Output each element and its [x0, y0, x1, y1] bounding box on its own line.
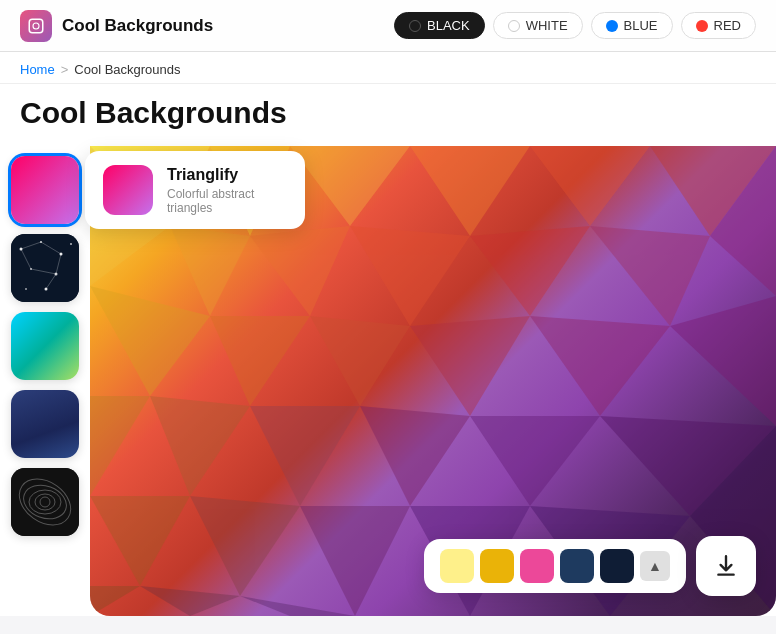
sidebar-item-waves[interactable]: [11, 390, 79, 458]
color-palette: ▲: [424, 539, 686, 593]
svg-marker-41: [670, 296, 776, 426]
swatch-yellow[interactable]: [480, 549, 514, 583]
svg-marker-34: [590, 226, 710, 326]
svg-marker-36: [90, 286, 210, 396]
svg-marker-50: [300, 506, 410, 616]
theme-blue-label: BLUE: [624, 18, 658, 33]
svg-marker-42: [90, 396, 150, 496]
svg-point-8: [70, 243, 72, 245]
sidebar-item-trianglify[interactable]: Trianglify Colorful abstract triangles: [11, 156, 79, 224]
theme-white-dot: [508, 20, 520, 32]
swatch-light-yellow[interactable]: [440, 549, 474, 583]
breadcrumb-separator: >: [61, 62, 69, 77]
svg-marker-46: [470, 416, 600, 506]
svg-rect-0: [29, 19, 43, 33]
tooltip-description: Colorful abstract triangles: [167, 187, 287, 215]
svg-marker-39: [410, 316, 530, 416]
theme-selector: BLACK WHITE BLUE RED: [394, 12, 756, 39]
svg-point-10: [25, 288, 27, 290]
tooltip-text: Trianglify Colorful abstract triangles: [167, 166, 287, 215]
swatch-pink[interactable]: [520, 549, 554, 583]
sidebar: Trianglify Colorful abstract triangles: [0, 146, 90, 616]
svg-marker-26: [410, 146, 530, 236]
sidebar-item-spiral[interactable]: [11, 468, 79, 536]
svg-marker-30: [170, 226, 250, 316]
breadcrumb-current: Cool Backgrounds: [74, 62, 180, 77]
svg-marker-48: [90, 496, 190, 586]
theme-blue-dot: [606, 20, 618, 32]
download-button[interactable]: [696, 536, 756, 596]
tooltip-title: Trianglify: [167, 166, 287, 184]
svg-rect-17: [11, 468, 79, 536]
swatch-dark-navy[interactable]: [600, 549, 634, 583]
app-logo: [20, 10, 52, 42]
thumb-trianglify[interactable]: [11, 156, 79, 224]
svg-marker-49: [190, 496, 300, 596]
svg-marker-56: [240, 596, 355, 616]
tooltip-card: Trianglify Colorful abstract triangles: [85, 151, 305, 229]
theme-black-label: BLACK: [427, 18, 470, 33]
theme-blue[interactable]: BLUE: [591, 12, 673, 39]
svg-marker-25: [290, 146, 410, 226]
sidebar-item-constellation[interactable]: [11, 234, 79, 302]
theme-red-label: RED: [714, 18, 741, 33]
theme-red-dot: [696, 20, 708, 32]
header: Cool Backgrounds BLACK WHITE BLUE RED: [0, 0, 776, 52]
svg-marker-40: [530, 316, 670, 416]
svg-marker-45: [360, 406, 470, 506]
breadcrumb: Home > Cool Backgrounds: [0, 52, 776, 84]
tooltip-icon: [103, 165, 153, 215]
svg-marker-37: [210, 316, 310, 406]
page-title: Cool Backgrounds: [20, 96, 756, 130]
svg-marker-38: [310, 316, 410, 406]
svg-point-1: [33, 23, 39, 29]
theme-black-dot: [409, 20, 421, 32]
svg-marker-43: [150, 396, 250, 496]
theme-white[interactable]: WHITE: [493, 12, 583, 39]
breadcrumb-home[interactable]: Home: [20, 62, 55, 77]
download-icon: [713, 553, 739, 579]
theme-red[interactable]: RED: [681, 12, 756, 39]
swatch-navy[interactable]: [560, 549, 594, 583]
svg-marker-27: [530, 146, 650, 226]
svg-marker-44: [250, 406, 360, 506]
svg-marker-31: [250, 226, 350, 316]
main-area: Trianglify Colorful abstract triangles: [0, 146, 776, 616]
svg-marker-54: [90, 586, 140, 616]
bottom-toolbar: ▲: [424, 536, 756, 596]
shuffle-button[interactable]: ▲: [640, 551, 670, 581]
page-title-bar: Cool Backgrounds: [0, 84, 776, 146]
theme-white-label: WHITE: [526, 18, 568, 33]
theme-black[interactable]: BLACK: [394, 12, 485, 39]
sidebar-item-gradient[interactable]: [11, 312, 79, 380]
svg-marker-33: [470, 226, 590, 316]
svg-marker-55: [140, 586, 240, 616]
svg-marker-32: [350, 226, 470, 326]
shuffle-icon: ▲: [648, 558, 662, 574]
app-title: Cool Backgrounds: [62, 16, 213, 36]
